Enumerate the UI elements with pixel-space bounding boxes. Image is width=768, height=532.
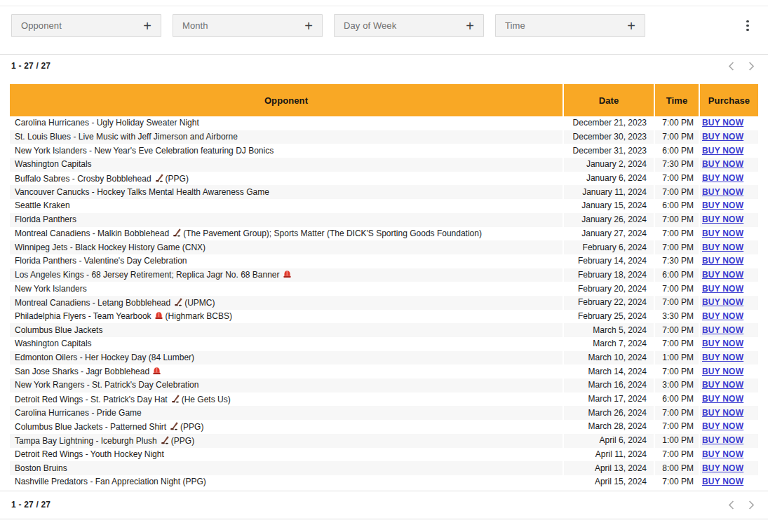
- date-cell: April 15, 2024: [563, 475, 654, 489]
- date-cell: April 6, 2024: [563, 434, 654, 448]
- opponent-cell: Florida Panthers - Valentine's Day Celeb…: [10, 254, 563, 268]
- buy-now-link[interactable]: BUY NOW: [702, 421, 743, 431]
- buy-now-link[interactable]: BUY NOW: [702, 353, 743, 362]
- header-purchase[interactable]: Purchase: [699, 84, 758, 116]
- table-row: Carolina Hurricanes - Ugly Holiday Sweat…: [10, 116, 758, 130]
- buy-now-link[interactable]: BUY NOW: [702, 435, 743, 445]
- plus-icon: +: [304, 19, 313, 33]
- date-cell: February 14, 2024: [563, 254, 654, 268]
- opponent-text: Edmonton Oilers - Her Hockey Day (84 Lum…: [15, 353, 194, 362]
- table-row: Buffalo Sabres - Crosby Bobblehead(PPG) …: [10, 172, 758, 186]
- filter-chip[interactable]: Month +: [173, 14, 323, 37]
- buy-now-link[interactable]: BUY NOW: [702, 256, 743, 266]
- buy-now-link[interactable]: BUY NOW: [702, 463, 743, 473]
- date-cell: December 30, 2023: [563, 130, 654, 144]
- buy-now-link[interactable]: BUY NOW: [702, 159, 743, 169]
- opponent-text: Carolina Hurricanes - Ugly Holiday Sweat…: [15, 118, 199, 128]
- time-cell: 7:00 PM: [654, 364, 699, 378]
- purchase-cell: BUY NOW: [699, 364, 758, 378]
- hockey-stick-icon: [160, 436, 169, 445]
- buy-now-link[interactable]: BUY NOW: [702, 449, 743, 459]
- more-options-button[interactable]: [739, 17, 757, 35]
- buy-now-link[interactable]: BUY NOW: [702, 339, 743, 348]
- buy-now-link[interactable]: BUY NOW: [702, 284, 743, 294]
- opponent-text: San Jose Sharks - Jagr Bobblehead: [15, 367, 163, 376]
- purchase-cell: BUY NOW: [699, 448, 758, 462]
- buy-now-link[interactable]: BUY NOW: [702, 270, 743, 280]
- date-cell: January 27, 2024: [563, 227, 654, 241]
- table-row: Detroit Red Wings - Youth Hockey Night A…: [10, 448, 758, 462]
- date-cell: March 5, 2024: [563, 323, 654, 337]
- table-row: Los Angeles Kings - 68 Jersey Retirement…: [10, 268, 758, 282]
- buy-now-link[interactable]: BUY NOW: [702, 173, 743, 183]
- opponent-cell: New York Islanders - New Year's Eve Cele…: [10, 144, 563, 158]
- date-cell: December 21, 2023: [563, 116, 654, 130]
- purchase-cell: BUY NOW: [699, 185, 758, 199]
- buy-now-link[interactable]: BUY NOW: [702, 477, 743, 486]
- buy-now-link[interactable]: BUY NOW: [702, 200, 743, 210]
- filter-chip[interactable]: Time +: [495, 14, 645, 37]
- buy-now-link[interactable]: BUY NOW: [702, 214, 743, 224]
- buy-now-link[interactable]: BUY NOW: [702, 297, 743, 307]
- purchase-cell: BUY NOW: [699, 172, 758, 186]
- hockey-stick-icon: [172, 229, 181, 238]
- buy-now-link[interactable]: BUY NOW: [702, 132, 743, 142]
- purchase-cell: BUY NOW: [699, 199, 758, 213]
- next-page-button[interactable]: [746, 60, 757, 71]
- opponent-text: Seattle Kraken: [15, 200, 70, 210]
- opponent-text: Montreal Canadiens - Letang Bobblehead(U…: [15, 298, 215, 308]
- filter-chip-label: Month: [182, 20, 208, 31]
- header-date[interactable]: Date: [563, 84, 654, 116]
- kebab-menu-icon: [746, 20, 749, 32]
- opponent-text: New York Islanders: [15, 284, 87, 294]
- opponent-text: New York Islanders - New Year's Eve Cele…: [15, 146, 274, 156]
- buy-now-link[interactable]: BUY NOW: [702, 367, 743, 376]
- header-time[interactable]: Time: [654, 84, 699, 116]
- opponent-text: Detroit Red Wings - St. Patrick's Day Ha…: [15, 395, 231, 404]
- hockey-stick-icon: [169, 422, 178, 431]
- time-cell: 3:30 PM: [654, 310, 699, 324]
- buy-now-link[interactable]: BUY NOW: [702, 380, 743, 390]
- opponent-cell: New York Islanders: [10, 282, 563, 296]
- opponent-cell: Washington Capitals: [10, 337, 563, 351]
- buy-now-link[interactable]: BUY NOW: [702, 243, 743, 252]
- buy-now-link[interactable]: BUY NOW: [702, 229, 743, 238]
- purchase-cell: BUY NOW: [699, 227, 758, 241]
- opponent-text: Los Angeles Kings - 68 Jersey Retirement…: [15, 270, 294, 280]
- purchase-cell: BUY NOW: [699, 213, 758, 227]
- buy-now-link[interactable]: BUY NOW: [702, 325, 743, 335]
- table-row: St. Louis Blues - Live Music with Jeff J…: [10, 130, 758, 144]
- time-cell: 7:00 PM: [654, 172, 699, 186]
- purchase-cell: BUY NOW: [699, 461, 758, 475]
- opponent-text: New York Rangers - St. Patrick's Day Cel…: [15, 380, 198, 390]
- opponent-cell: Edmonton Oilers - Her Hockey Day (84 Lum…: [10, 351, 563, 365]
- prev-page-button[interactable]: [725, 60, 736, 71]
- header-opponent[interactable]: Opponent: [10, 84, 563, 116]
- table-row: New York Rangers - St. Patrick's Day Cel…: [10, 378, 758, 393]
- filter-chip[interactable]: Day of Week +: [334, 14, 484, 37]
- buy-now-link[interactable]: BUY NOW: [702, 394, 743, 404]
- opponent-text: Philadelphia Flyers - Team Yearbook(High…: [15, 311, 232, 321]
- plus-icon: +: [466, 19, 474, 33]
- date-cell: January 11, 2024: [563, 185, 654, 199]
- opponent-cell: Tampa Bay Lightning - Iceburgh Plush(PPG…: [10, 434, 563, 448]
- chevron-right-icon: [748, 500, 755, 510]
- prev-page-button[interactable]: [725, 499, 736, 510]
- opponent-cell: Nashville Predators - Fan Appreciation N…: [10, 475, 563, 489]
- filter-chip[interactable]: Opponent +: [11, 14, 161, 37]
- date-cell: February 22, 2024: [563, 296, 654, 310]
- table-row: Florida Panthers - Valentine's Day Celeb…: [10, 254, 758, 268]
- opponent-cell: Columbus Blue Jackets - Patterned Shirt(…: [10, 420, 563, 434]
- buy-now-link[interactable]: BUY NOW: [702, 146, 743, 156]
- purchase-cell: BUY NOW: [699, 282, 758, 296]
- time-cell: 7:00 PM: [654, 185, 699, 199]
- buy-now-link[interactable]: BUY NOW: [702, 118, 743, 128]
- hockey-stick-icon: [170, 395, 180, 404]
- buy-now-link[interactable]: BUY NOW: [702, 311, 743, 321]
- table-row: Winnipeg Jets - Black Hockey History Gam…: [10, 240, 758, 254]
- next-page-button[interactable]: [746, 499, 757, 510]
- filter-bar: Opponent + Month + Day of Week + Time +: [0, 6, 768, 54]
- table-row: Washington Capitals January 2, 2024 7:30…: [10, 158, 758, 172]
- buy-now-link[interactable]: BUY NOW: [702, 408, 743, 418]
- buy-now-link[interactable]: BUY NOW: [702, 187, 743, 197]
